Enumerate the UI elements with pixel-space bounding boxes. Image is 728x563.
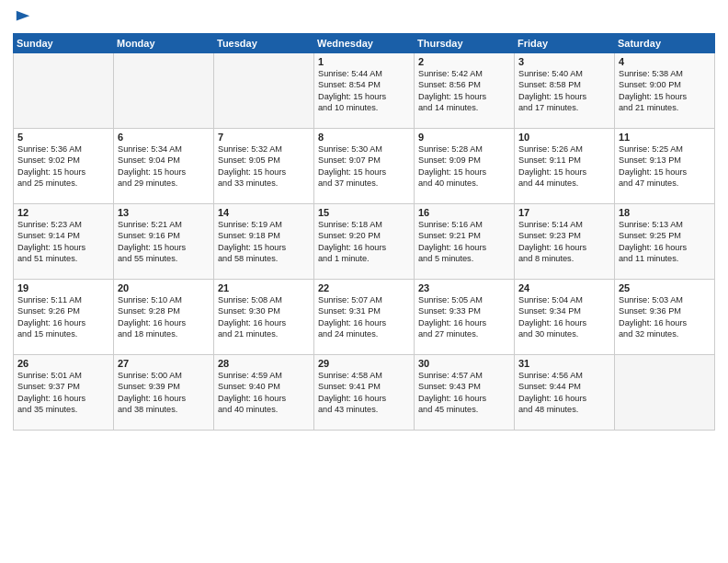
day-info: Daylight: 16 hours — [118, 393, 210, 404]
day-info: and 33 minutes. — [218, 178, 310, 189]
day-info: Sunrise: 5:11 AM — [17, 294, 109, 305]
day-info: Sunrise: 5:16 AM — [418, 219, 510, 230]
day-number: 27 — [118, 358, 210, 369]
day-info: and 18 minutes. — [118, 328, 210, 339]
day-number: 12 — [17, 207, 109, 218]
day-info: Daylight: 16 hours — [17, 393, 109, 404]
day-number: 31 — [518, 358, 610, 369]
day-info: Sunrise: 5:14 AM — [518, 219, 610, 230]
day-info: and 44 minutes. — [518, 178, 610, 189]
day-info: Sunrise: 4:57 AM — [418, 370, 510, 381]
day-info: and 40 minutes. — [418, 178, 510, 189]
day-info: Sunset: 9:44 PM — [518, 381, 610, 392]
day-info: Sunset: 9:28 PM — [118, 305, 210, 316]
calendar-cell: 15Sunrise: 5:18 AMSunset: 9:20 PMDayligh… — [314, 204, 415, 280]
calendar-week-2: 12Sunrise: 5:23 AMSunset: 9:14 PMDayligh… — [14, 204, 715, 280]
day-info: and 11 minutes. — [619, 253, 711, 264]
day-info: Sunrise: 5:00 AM — [118, 370, 210, 381]
day-info: Sunset: 9:43 PM — [418, 381, 510, 392]
day-info: Daylight: 15 hours — [218, 242, 310, 253]
day-info: Daylight: 16 hours — [218, 393, 310, 404]
day-info: and 8 minutes. — [518, 253, 610, 264]
calendar-week-3: 19Sunrise: 5:11 AMSunset: 9:26 PMDayligh… — [14, 280, 715, 355]
day-info: and 14 minutes. — [418, 102, 510, 113]
calendar-cell: 18Sunrise: 5:13 AMSunset: 9:25 PMDayligh… — [615, 204, 715, 280]
header — [13, 9, 715, 26]
day-header-thursday: Thursday — [415, 34, 515, 53]
day-info: Daylight: 16 hours — [218, 317, 310, 328]
day-info: and 25 minutes. — [17, 178, 109, 189]
day-info: Sunrise: 5:13 AM — [619, 219, 711, 230]
day-info: Daylight: 15 hours — [118, 167, 210, 178]
day-info: and 24 minutes. — [318, 328, 410, 339]
day-info: Sunrise: 5:28 AM — [418, 144, 510, 155]
day-info: Daylight: 16 hours — [619, 242, 711, 253]
day-number: 8 — [318, 132, 410, 143]
day-number: 24 — [518, 282, 610, 293]
day-info: Daylight: 15 hours — [619, 167, 711, 178]
day-info: Daylight: 16 hours — [118, 317, 210, 328]
calendar-cell: 14Sunrise: 5:19 AMSunset: 9:18 PMDayligh… — [214, 204, 314, 280]
day-header-monday: Monday — [114, 34, 214, 53]
day-info: Daylight: 16 hours — [518, 317, 610, 328]
day-info: Daylight: 16 hours — [318, 317, 410, 328]
day-info: and 51 minutes. — [17, 253, 109, 264]
day-info: and 1 minute. — [318, 253, 410, 264]
day-header-friday: Friday — [515, 34, 615, 53]
calendar-cell — [214, 53, 314, 129]
calendar-cell: 4Sunrise: 5:38 AMSunset: 9:00 PMDaylight… — [615, 53, 715, 129]
day-info: Sunrise: 5:19 AM — [218, 219, 310, 230]
calendar-cell: 30Sunrise: 4:57 AMSunset: 9:43 PMDayligh… — [415, 355, 515, 431]
day-number: 10 — [518, 132, 610, 143]
day-info: and 27 minutes. — [418, 328, 510, 339]
calendar-cell: 23Sunrise: 5:05 AMSunset: 9:33 PMDayligh… — [415, 280, 515, 355]
day-info: Sunrise: 5:01 AM — [17, 370, 109, 381]
day-info: Daylight: 16 hours — [518, 242, 610, 253]
day-info: Sunset: 8:54 PM — [318, 79, 410, 90]
calendar-cell — [14, 53, 114, 129]
day-info: and 55 minutes. — [118, 253, 210, 264]
logo-flag-icon — [15, 9, 31, 26]
day-info: and 47 minutes. — [619, 178, 711, 189]
day-info: and 35 minutes. — [17, 404, 109, 415]
calendar-week-1: 5Sunrise: 5:36 AMSunset: 9:02 PMDaylight… — [14, 129, 715, 204]
day-number: 19 — [17, 282, 109, 293]
calendar-cell: 3Sunrise: 5:40 AMSunset: 8:58 PMDaylight… — [515, 53, 615, 129]
day-number: 5 — [17, 132, 109, 143]
day-number: 6 — [118, 132, 210, 143]
day-info: and 15 minutes. — [17, 328, 109, 339]
day-info: Sunset: 9:30 PM — [218, 305, 310, 316]
day-info: Sunset: 9:20 PM — [318, 230, 410, 241]
day-info: Sunset: 9:41 PM — [318, 381, 410, 392]
day-number: 25 — [619, 282, 711, 293]
calendar-cell: 1Sunrise: 5:44 AMSunset: 8:54 PMDaylight… — [314, 53, 415, 129]
day-info: Sunrise: 4:56 AM — [518, 370, 610, 381]
day-info: Sunset: 9:18 PM — [218, 230, 310, 241]
day-number: 4 — [619, 56, 711, 67]
calendar-cell: 8Sunrise: 5:30 AMSunset: 9:07 PMDaylight… — [314, 129, 415, 204]
day-info: Sunset: 9:33 PM — [418, 305, 510, 316]
day-header-wednesday: Wednesday — [314, 34, 415, 53]
day-info: Sunset: 9:07 PM — [318, 155, 410, 166]
day-info: Daylight: 15 hours — [518, 91, 610, 102]
day-number: 11 — [619, 132, 711, 143]
day-info: Daylight: 16 hours — [318, 242, 410, 253]
day-info: Sunrise: 4:59 AM — [218, 370, 310, 381]
calendar-week-4: 26Sunrise: 5:01 AMSunset: 9:37 PMDayligh… — [14, 355, 715, 431]
day-info: Sunrise: 5:25 AM — [619, 144, 711, 155]
day-info: Sunrise: 5:03 AM — [619, 294, 711, 305]
calendar-body: 1Sunrise: 5:44 AMSunset: 8:54 PMDaylight… — [14, 53, 715, 431]
day-info: Daylight: 15 hours — [318, 91, 410, 102]
calendar-cell: 6Sunrise: 5:34 AMSunset: 9:04 PMDaylight… — [114, 129, 214, 204]
day-info: Sunrise: 5:36 AM — [17, 144, 109, 155]
day-info: Sunset: 9:34 PM — [518, 305, 610, 316]
day-info: and 30 minutes. — [518, 328, 610, 339]
day-info: Sunset: 9:00 PM — [619, 79, 711, 90]
day-info: and 32 minutes. — [619, 328, 711, 339]
day-info: Sunrise: 5:04 AM — [518, 294, 610, 305]
day-info: Daylight: 16 hours — [518, 393, 610, 404]
day-number: 2 — [418, 56, 510, 67]
calendar-cell: 21Sunrise: 5:08 AMSunset: 9:30 PMDayligh… — [214, 280, 314, 355]
day-info: Sunrise: 5:26 AM — [518, 144, 610, 155]
day-info: Sunset: 9:39 PM — [118, 381, 210, 392]
